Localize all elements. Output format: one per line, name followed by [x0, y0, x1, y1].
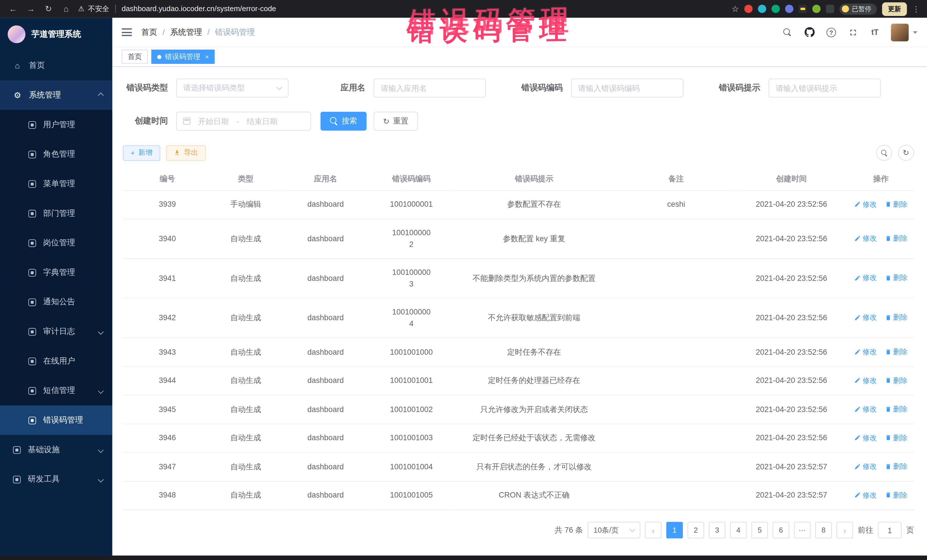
sidebar-item-home[interactable]: ⌂ 首页	[0, 51, 112, 80]
extension-icon[interactable]	[812, 5, 821, 13]
delete-button[interactable]: 删除	[885, 232, 907, 244]
edit-button[interactable]: 修改	[854, 374, 877, 386]
reload-icon[interactable]: ↻	[43, 4, 54, 14]
sidebar-item-dictionary[interactable]: 字典管理	[0, 258, 112, 287]
delete-button[interactable]: 删除	[885, 272, 907, 284]
delete-button[interactable]: 删除	[885, 198, 907, 210]
help-button[interactable]: ?	[824, 25, 838, 39]
github-icon[interactable]	[802, 25, 817, 39]
sidebar-item-departments[interactable]: 部门管理	[0, 199, 112, 228]
delete-button[interactable]: 删除	[885, 346, 907, 358]
start-date-input[interactable]	[194, 117, 233, 126]
sidebar-item-users[interactable]: 用户管理	[0, 110, 112, 140]
extension-icon[interactable]	[772, 5, 780, 13]
back-icon[interactable]: ←	[7, 4, 19, 14]
jump-page-input[interactable]	[878, 522, 902, 538]
app-name-input[interactable]	[381, 83, 479, 93]
fullscreen-icon[interactable]	[846, 25, 860, 39]
home-button-icon[interactable]: ⌂	[60, 4, 72, 14]
hamburger-menu-icon[interactable]	[122, 28, 132, 36]
page-button-6[interactable]: 6	[773, 522, 789, 538]
update-button[interactable]: 更新	[882, 2, 907, 16]
export-button[interactable]: 导出	[166, 145, 206, 161]
edit-button[interactable]: 修改	[854, 489, 877, 501]
delete-button[interactable]: 删除	[885, 312, 907, 323]
edit-button[interactable]: 修改	[854, 312, 877, 323]
browser-menu-icon[interactable]: ⋮	[912, 5, 920, 14]
cell-create-time: 2021-04-20 23:52:56	[736, 190, 848, 219]
sidebar-item-audit-log[interactable]: 审计日志	[0, 317, 112, 346]
extension-icon[interactable]	[745, 5, 753, 13]
delete-button[interactable]: 删除	[885, 374, 907, 386]
delete-button[interactable]: 删除	[885, 432, 907, 443]
gear-icon: ⚙	[13, 91, 22, 100]
delete-button[interactable]: 删除	[885, 403, 907, 415]
page-button-5[interactable]: 5	[751, 522, 768, 538]
tab-close-icon[interactable]: ×	[205, 53, 209, 61]
sidebar-item-notices[interactable]: 通知公告	[0, 287, 112, 317]
next-page-button[interactable]: ›	[837, 522, 853, 538]
page-button-8[interactable]: 8	[815, 522, 832, 538]
cell-actions: 修改 删除	[848, 190, 914, 219]
cell-id: 3945	[123, 395, 212, 424]
sidebar-item-posts[interactable]: 岗位管理	[0, 228, 112, 258]
page-button-4[interactable]: 4	[730, 522, 747, 538]
breadcrumb-item-system[interactable]: 系统管理	[170, 27, 202, 37]
sidebar-item-online-users[interactable]: 在线用户	[0, 346, 112, 376]
sidebar-item-devtools[interactable]: 研发工具	[0, 464, 112, 494]
end-date-input[interactable]	[243, 117, 282, 126]
create-time-range[interactable]: -	[176, 112, 311, 131]
filter-label: 错误码提示	[715, 83, 760, 93]
edit-button[interactable]: 修改	[854, 346, 877, 358]
add-button[interactable]: + 新增	[123, 145, 160, 161]
table-refresh-button[interactable]: ↻	[898, 145, 914, 161]
sidebar-item-menus[interactable]: 菜单管理	[0, 169, 112, 199]
bookmark-star-icon[interactable]: ☆	[732, 4, 739, 14]
security-chip[interactable]: ⚠ 不安全	[78, 4, 109, 14]
page-size-select[interactable]: 10条/页	[588, 522, 640, 538]
sidebar-item-roles[interactable]: 角色管理	[0, 140, 112, 169]
page-ellipsis[interactable]: ···	[794, 522, 811, 538]
extension-icon[interactable]	[799, 5, 807, 13]
forward-icon[interactable]: →	[25, 4, 36, 14]
user-avatar[interactable]	[891, 23, 909, 41]
error-type-select[interactable]: 请选择错误码类型	[176, 79, 289, 97]
search-icon	[783, 28, 792, 36]
edit-button[interactable]: 修改	[854, 432, 877, 443]
page-button-2[interactable]: 2	[688, 522, 704, 538]
sidebar-item-sms[interactable]: 短信管理	[0, 376, 112, 405]
sidebar-item-infrastructure[interactable]: 基础设施	[0, 435, 112, 465]
error-code-input[interactable]	[578, 83, 676, 93]
extension-pin-icon[interactable]	[826, 5, 834, 13]
edit-button[interactable]: 修改	[854, 403, 877, 415]
font-size-icon[interactable]: tT	[868, 25, 882, 39]
sidebar-item-label: 基础设施	[28, 445, 59, 455]
header-search-button[interactable]	[780, 25, 795, 39]
delete-button[interactable]: 删除	[885, 489, 907, 501]
tab-error-code[interactable]: 错误码管理 ×	[152, 50, 215, 64]
filter-label: 错误码编码	[518, 83, 563, 93]
sidebar-item-system[interactable]: ⚙ 系统管理	[0, 80, 112, 110]
edit-button[interactable]: 修改	[854, 272, 877, 284]
tab-home[interactable]: 首页	[122, 50, 148, 64]
extension-icon[interactable]	[785, 5, 793, 13]
edit-button[interactable]: 修改	[854, 198, 877, 210]
breadcrumb-item-home[interactable]: 首页	[141, 27, 157, 37]
sidebar-item-label: 系统管理	[29, 90, 61, 100]
page-button-1[interactable]: 1	[666, 522, 683, 538]
cell-actions: 修改 删除	[848, 338, 914, 367]
edit-button[interactable]: 修改	[854, 460, 877, 472]
sidebar-item-error-code[interactable]: 错误码管理	[0, 405, 112, 435]
prev-page-button[interactable]: ‹	[645, 522, 661, 538]
search-button[interactable]: 搜索	[320, 112, 366, 131]
extension-icon[interactable]	[758, 5, 766, 13]
error-hint-input[interactable]	[775, 83, 874, 93]
delete-button[interactable]: 删除	[885, 460, 907, 472]
profile-paused-badge[interactable]: 已暂停	[839, 3, 877, 14]
reset-button[interactable]: ↻ 重置	[374, 112, 418, 131]
page-button-3[interactable]: 3	[709, 522, 725, 538]
url-text[interactable]: dashboard.yudao.iocoder.cn/system/error-…	[122, 5, 276, 13]
toggle-search-button[interactable]	[876, 145, 892, 161]
chevron-down-icon[interactable]	[913, 31, 918, 36]
edit-button[interactable]: 修改	[854, 232, 877, 244]
